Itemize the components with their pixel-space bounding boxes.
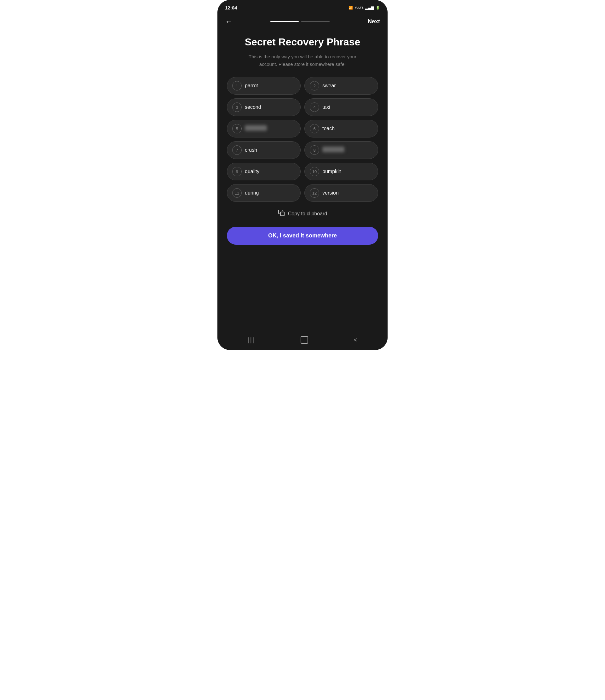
- phrase-item: 9quality: [227, 163, 300, 180]
- next-button[interactable]: Next: [368, 18, 380, 25]
- lte-text: VoLTE: [355, 6, 363, 9]
- battery-icon: 🔋: [376, 6, 380, 10]
- phrase-item: 8: [305, 141, 378, 159]
- phrase-word: swear: [322, 83, 336, 89]
- phrase-grid: 1parrot2swear3second4taxi56teach7crush89…: [227, 77, 378, 202]
- phrase-word: quality: [245, 169, 259, 174]
- phrase-number: 4: [310, 102, 319, 112]
- phrase-number: 2: [310, 81, 319, 91]
- phrase-item: 11during: [227, 184, 300, 202]
- progress-step-1: [270, 21, 299, 22]
- phone-screen: 12:04 📶 VoLTE ▂▄▆ 🔋 ← Next Secret Recove…: [217, 0, 388, 350]
- ok-saved-button[interactable]: OK, I saved it somewhere: [227, 227, 378, 245]
- phrase-number: 3: [232, 102, 242, 112]
- phrase-item: 2swear: [305, 77, 378, 95]
- phrase-word: [245, 125, 267, 132]
- back-button[interactable]: ←: [225, 17, 233, 26]
- phrase-item: 12version: [305, 184, 378, 202]
- phrase-item: 7crush: [227, 141, 300, 159]
- phrase-word: version: [322, 190, 339, 196]
- phrase-item: 10pumpkin: [305, 163, 378, 180]
- phrase-word: during: [245, 190, 259, 196]
- signal-bars-icon: ▂▄▆: [365, 5, 374, 10]
- phrase-word: taxi: [322, 104, 330, 110]
- phrase-word: teach: [322, 126, 335, 131]
- phrase-number: 5: [232, 124, 242, 133]
- phrase-number: 6: [310, 124, 319, 133]
- home-icon[interactable]: [300, 336, 308, 344]
- wifi-icon: 📶: [348, 6, 353, 10]
- nav-bar: ← Next: [217, 14, 388, 30]
- phrase-number: 12: [310, 188, 319, 198]
- phrase-word: second: [245, 104, 261, 110]
- page-subtitle: This is the only way you will be able to…: [243, 53, 362, 68]
- phrase-number: 8: [310, 145, 319, 155]
- status-icons: 📶 VoLTE ▂▄▆ 🔋: [348, 5, 380, 10]
- phrase-item: 6teach: [305, 120, 378, 138]
- phrase-number: 7: [232, 145, 242, 155]
- main-content: Secret Recovery Phrase This is the only …: [217, 30, 388, 331]
- page-title: Secret Recovery Phrase: [245, 36, 360, 48]
- phrase-word: crush: [245, 147, 257, 153]
- phrase-item: 3second: [227, 98, 300, 116]
- phrase-word: parrot: [245, 83, 258, 89]
- phrase-item: 1parrot: [227, 77, 300, 95]
- recent-apps-icon[interactable]: |||: [248, 336, 255, 344]
- phrase-item: 5: [227, 120, 300, 138]
- status-time: 12:04: [225, 5, 237, 10]
- svg-rect-0: [281, 212, 284, 216]
- back-nav-icon[interactable]: <: [354, 337, 357, 343]
- progress-step-2: [301, 21, 330, 22]
- bottom-nav: ||| <: [217, 331, 388, 350]
- phrase-item: 4taxi: [305, 98, 378, 116]
- copy-icon: [278, 209, 285, 218]
- phrase-word: [322, 147, 344, 154]
- status-bar: 12:04 📶 VoLTE ▂▄▆ 🔋: [217, 0, 388, 14]
- phrase-number: 1: [232, 81, 242, 91]
- phrase-number: 10: [310, 167, 319, 176]
- phrase-word: pumpkin: [322, 169, 341, 174]
- progress-indicator: [270, 21, 330, 22]
- phrase-number: 9: [232, 167, 242, 176]
- phrase-number: 11: [232, 188, 242, 198]
- copy-clipboard-button[interactable]: Copy to clipboard: [278, 209, 327, 218]
- copy-label: Copy to clipboard: [288, 211, 327, 217]
